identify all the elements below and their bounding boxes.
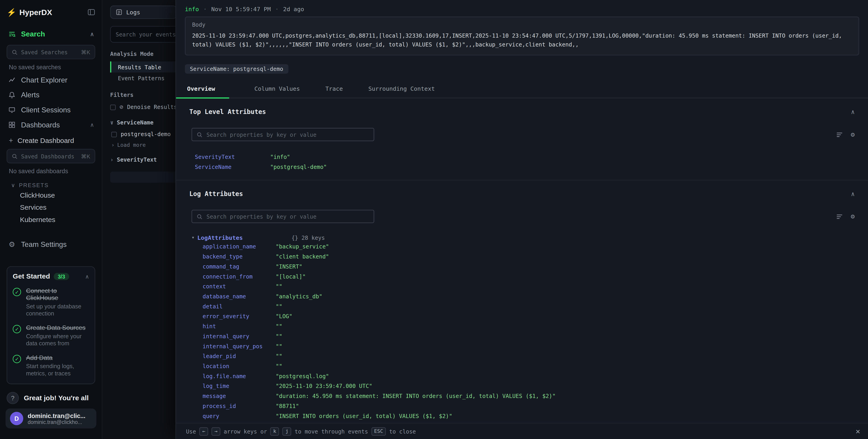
sidebar-item-team-settings[interactable]: ⚙ Team Settings	[5, 237, 96, 252]
attribute-value[interactable]: "INSERT"	[276, 262, 855, 272]
attribute-key[interactable]: internal_query_pos	[203, 341, 276, 351]
attribute-key[interactable]: detail	[203, 302, 276, 312]
collapse-sidebar-icon[interactable]	[88, 8, 95, 16]
properties-search-box[interactable]	[191, 210, 374, 223]
properties-search-input[interactable]	[207, 131, 369, 138]
attribute-value[interactable]: ""	[276, 332, 855, 342]
get-started-step[interactable]: ✓ Connect to ClickHouse Set up your data…	[13, 287, 89, 317]
get-started-step[interactable]: ✓ Create Data Sources Configure where yo…	[13, 324, 89, 347]
event-search-box[interactable]	[110, 26, 176, 43]
preset-item[interactable]: Kubernetes	[5, 214, 96, 226]
attribute-value[interactable]: "info"	[270, 152, 855, 162]
attribute-value[interactable]: "INSERT INTO orders (user_id, total) VAL…	[276, 411, 855, 421]
attribute-key[interactable]: command_tag	[203, 262, 276, 272]
presets-toggle[interactable]: ∨ PRESETS	[5, 177, 96, 189]
attribute-key[interactable]: hint	[203, 322, 276, 332]
preset-item[interactable]: ClickHouse	[5, 189, 96, 201]
event-search-input[interactable]	[116, 31, 176, 37]
denoise-checkbox[interactable]	[110, 104, 116, 110]
body-log-text[interactable]: 2025-11-10 23:59:47.000 UTC,postgres,ana…	[192, 31, 852, 49]
attribute-key[interactable]: leader_pid	[203, 351, 276, 362]
attribute-key[interactable]: SeverityText	[195, 152, 270, 162]
facet-checkbox[interactable]	[111, 131, 117, 137]
user-menu[interactable]: D dominic.tran@clic... dominic.tran@clic…	[5, 408, 96, 428]
attribute-value[interactable]: "LOG"	[276, 312, 855, 322]
mode-event-patterns[interactable]: Event Patterns	[110, 72, 176, 84]
close-icon[interactable]: ×	[856, 427, 860, 436]
properties-search-input[interactable]	[207, 213, 369, 220]
root-node-name[interactable]: LogAttributes	[197, 234, 243, 241]
attribute-value[interactable]: ""	[276, 322, 855, 332]
tab-overview[interactable]: Overview	[176, 80, 229, 97]
source-selector[interactable]: Logs	[110, 5, 176, 19]
facet-group-severitytext[interactable]: › SeverityText	[110, 157, 176, 163]
load-more-button[interactable]: › Load more	[110, 142, 176, 148]
denoise-toggle[interactable]: ⊘ Denoise Results	[110, 103, 176, 111]
mode-results-table[interactable]: Results Table	[110, 62, 176, 73]
attribute-key[interactable]: log.file.name	[203, 372, 276, 382]
chevron-up-icon[interactable]: ∧	[85, 273, 89, 279]
collapse-section-icon[interactable]: ∧	[851, 190, 855, 197]
saved-searches-box[interactable]: ⌘K	[7, 45, 95, 59]
get-started-header[interactable]: Get Started 3/3 ∧	[13, 272, 89, 280]
sidebar-item-client-sessions[interactable]: Client Sessions	[5, 102, 96, 117]
attribute-value[interactable]: "analytics_db"	[276, 292, 855, 302]
attribute-key[interactable]: ServiceName	[195, 162, 270, 172]
log-attributes-root[interactable]: ▾ LogAttributes {} 28 keys	[189, 234, 855, 241]
attribute-key[interactable]: application_name	[203, 242, 276, 252]
attribute-row: internal_query_pos ""	[197, 341, 855, 351]
attribute-key[interactable]: location	[203, 362, 276, 372]
line-options-icon[interactable]	[836, 213, 843, 220]
attribute-key[interactable]: context	[203, 282, 276, 292]
attribute-key[interactable]: query	[203, 411, 276, 421]
sidebar-item-dashboards[interactable]: Dashboards ∧	[5, 117, 96, 132]
attribute-key[interactable]: backend_type	[203, 252, 276, 262]
attribute-value[interactable]: "client backend"	[276, 252, 855, 262]
attribute-key[interactable]: connection_from	[203, 272, 276, 282]
attribute-value[interactable]: "backup_service"	[276, 242, 855, 252]
saved-dashboards-input[interactable]	[21, 153, 78, 159]
attribute-value[interactable]: ""	[276, 341, 855, 351]
chevron-up-icon[interactable]: ∧	[90, 31, 94, 37]
sidebar-item-chart-explorer[interactable]: Chart Explorer	[5, 72, 96, 88]
attribute-value[interactable]: ""	[276, 362, 855, 372]
chevron-up-icon[interactable]: ∧	[90, 122, 94, 128]
attribute-row: backend_type "client backend"	[197, 252, 855, 262]
expand-caret-icon[interactable]: ▾	[191, 235, 194, 240]
attribute-key[interactable]: database_name	[203, 292, 276, 302]
attribute-key[interactable]: log_time	[203, 381, 276, 391]
settings-gear-icon[interactable]: ⚙	[851, 131, 855, 138]
properties-search-box[interactable]	[191, 128, 374, 141]
sidebar-item-search[interactable]: Search ∧	[5, 27, 96, 42]
attribute-key[interactable]: message	[203, 391, 276, 401]
attribute-value[interactable]: "88711"	[276, 401, 855, 411]
more-filters-button[interactable]: More filters	[110, 171, 176, 183]
attribute-key[interactable]: error_severity	[203, 312, 276, 322]
attribute-key[interactable]: process_id	[203, 401, 276, 411]
attribute-value[interactable]: "duration: 45.950 ms statement: INSERT I…	[276, 391, 855, 401]
get-started-step[interactable]: ✓ Add Data Start sending logs, metrics, …	[13, 354, 89, 377]
attribute-value[interactable]: "[local]"	[276, 272, 855, 282]
collapse-section-icon[interactable]: ∧	[851, 108, 855, 116]
attribute-value[interactable]: "postgresql.log"	[276, 372, 855, 382]
help-icon[interactable]: ?	[7, 392, 19, 404]
create-dashboard-button[interactable]: + Create Dashboard	[5, 132, 96, 146]
attribute-value[interactable]: ""	[276, 302, 855, 312]
preset-item[interactable]: Services	[5, 201, 96, 214]
line-options-icon[interactable]	[836, 131, 843, 138]
attribute-key[interactable]: internal_query	[203, 332, 276, 342]
tab-column-values[interactable]: Column Values	[254, 80, 300, 97]
attribute-value[interactable]: "postgresql-demo"	[270, 162, 855, 172]
service-name-tag[interactable]: ServiceName: postgresql-demo	[185, 64, 288, 74]
attribute-value[interactable]: ""	[276, 282, 855, 292]
saved-dashboards-box[interactable]: ⌘K	[7, 149, 95, 163]
attribute-value[interactable]: ""	[276, 351, 855, 362]
facet-group-servicename[interactable]: ∨ ServiceName	[110, 120, 176, 126]
saved-searches-input[interactable]	[21, 49, 78, 55]
attribute-value[interactable]: "2025-11-10 23:59:47.000 UTC"	[276, 381, 855, 391]
tab-trace[interactable]: Trace	[325, 80, 343, 97]
tab-surrounding-context[interactable]: Surrounding Context	[368, 80, 435, 97]
settings-gear-icon[interactable]: ⚙	[851, 213, 855, 220]
sidebar-item-alerts[interactable]: Alerts	[5, 88, 96, 102]
facet-option-postgresql-demo[interactable]: postgresql-demo	[110, 131, 176, 137]
